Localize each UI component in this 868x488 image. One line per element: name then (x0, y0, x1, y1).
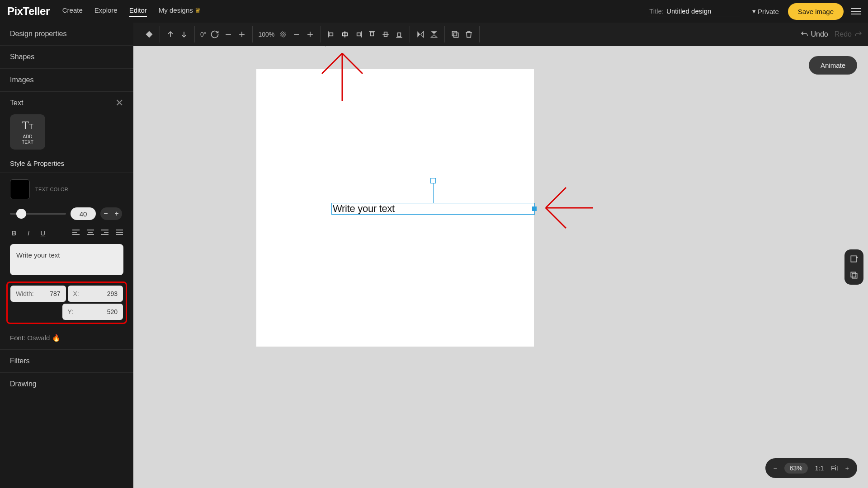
text-align-left-icon[interactable] (72, 229, 80, 237)
canvas-area[interactable]: Write your text Animate − 63% 1:1 Fit + (133, 46, 868, 488)
font-size-minus[interactable]: − (100, 207, 111, 220)
font-size-slider[interactable] (10, 213, 66, 215)
add-page-icon[interactable] (847, 253, 861, 265)
canvas-side-actions (844, 249, 863, 285)
position-highlight: Width: 787 X: 293 Y: 520 (6, 282, 127, 324)
side-design-properties[interactable]: Design properties (0, 23, 133, 46)
text-align-justify-icon[interactable] (115, 229, 123, 237)
delete-icon[interactable] (464, 29, 474, 39)
x-field[interactable]: X: 293 (68, 286, 123, 302)
side-text-header: Text ✕ (0, 92, 133, 113)
align-center-h-icon[interactable] (340, 29, 350, 39)
bold-button[interactable]: B (10, 229, 18, 237)
zoom-fit[interactable]: Fit (831, 465, 838, 472)
svg-marker-23 (421, 31, 424, 37)
svg-marker-24 (431, 31, 437, 34)
logo[interactable]: PixTeller (7, 5, 50, 18)
underline-button[interactable]: U (39, 229, 47, 237)
y-field[interactable]: Y: 520 (62, 304, 123, 320)
rotation-handle[interactable] (430, 178, 436, 183)
side-drawing[interactable]: Drawing (0, 373, 133, 395)
duplicate-page-icon[interactable] (847, 269, 861, 281)
text-content-input[interactable]: Write your text (10, 244, 123, 275)
zoom-ratio[interactable]: 1:1 (815, 465, 824, 472)
redo-label: Redo (835, 30, 852, 38)
opacity-plus[interactable] (305, 29, 315, 39)
side-shapes[interactable]: Shapes (0, 46, 133, 69)
svg-rect-44 (851, 272, 856, 277)
rotate-plus[interactable] (237, 29, 247, 39)
send-backward-icon[interactable] (179, 29, 189, 39)
topnav: PixTeller Create Explore Editor My desig… (0, 0, 868, 23)
x-value: 293 (107, 290, 118, 297)
flip-vertical-icon[interactable] (429, 29, 439, 39)
flip-horizontal-icon[interactable] (415, 29, 425, 39)
width-label: Width: (16, 290, 34, 297)
close-icon[interactable]: ✕ (115, 98, 123, 108)
align-left-icon[interactable] (326, 29, 336, 39)
opacity-icon[interactable] (278, 29, 288, 39)
hamburger-icon[interactable] (851, 8, 861, 14)
opacity-minus[interactable] (292, 29, 302, 39)
svg-marker-22 (418, 31, 420, 37)
selected-text-element[interactable]: Write your text (331, 203, 535, 215)
svg-rect-17 (371, 32, 374, 36)
svg-marker-25 (431, 35, 437, 38)
duplicate-icon[interactable] (450, 29, 460, 39)
x-label: X: (73, 290, 79, 297)
font-row[interactable]: Font: Oswald 🔥 (0, 330, 133, 350)
text-color-swatch[interactable] (10, 179, 30, 199)
nav-links: Create Explore Editor My designs♛ (62, 6, 201, 17)
align-top-icon[interactable] (367, 29, 377, 39)
nav-editor[interactable]: Editor (129, 6, 147, 17)
text-tool-icon: TT (22, 119, 33, 132)
font-size-value[interactable]: 40 (71, 207, 96, 220)
text-element-content[interactable]: Write your text (332, 203, 534, 214)
text-color-label: TEXT COLOR (35, 187, 68, 192)
title-value: Untitled design (666, 7, 739, 15)
align-center-v-icon[interactable] (381, 29, 391, 39)
side-text-label[interactable]: Text (10, 99, 23, 107)
sidebar: Design properties Shapes Images Text ✕ T… (0, 23, 133, 488)
rotate-minus[interactable] (223, 29, 233, 39)
privacy-label: Private (758, 8, 779, 15)
zoom-control: − 63% 1:1 Fit + (765, 458, 857, 478)
svg-rect-26 (454, 33, 458, 38)
svg-marker-0 (146, 31, 153, 38)
italic-button[interactable]: I (24, 229, 33, 237)
zoom-percent[interactable]: 63% (784, 463, 808, 474)
font-size-plus[interactable]: + (111, 207, 122, 220)
nav-explore[interactable]: Explore (94, 6, 118, 17)
zoom-in[interactable]: + (845, 465, 849, 472)
y-value: 520 (107, 308, 118, 315)
side-images[interactable]: Images (0, 69, 133, 92)
undo-label: Undo (811, 30, 828, 38)
align-bottom-icon[interactable] (394, 29, 404, 39)
shape-fill-icon[interactable] (144, 29, 154, 39)
text-align-right-icon[interactable] (101, 229, 109, 237)
nav-mydesigns-label: My designs (159, 6, 193, 14)
undo-button[interactable]: Undo (800, 30, 828, 38)
align-right-icon[interactable] (354, 29, 363, 39)
save-button[interactable]: Save image (788, 3, 844, 20)
nav-create[interactable]: Create (62, 6, 83, 17)
toolbar: 0° 100% Undo Redo (133, 23, 868, 46)
design-title[interactable]: Title: Untitled design (648, 5, 740, 17)
resize-handle-right[interactable] (532, 206, 537, 211)
rotation-line (433, 183, 434, 203)
design-page[interactable]: Write your text (256, 69, 534, 347)
privacy-toggle[interactable]: ▾ Private (752, 7, 779, 15)
width-field[interactable]: Width: 787 (10, 286, 66, 302)
side-filters[interactable]: Filters (0, 350, 133, 373)
svg-rect-40 (851, 256, 856, 262)
nav-mydesigns[interactable]: My designs♛ (159, 6, 201, 17)
add-text-button[interactable]: TT ADD TEXT (10, 114, 45, 150)
animate-button[interactable]: Animate (809, 56, 857, 75)
zoom-out[interactable]: − (774, 465, 777, 472)
slider-thumb[interactable] (16, 209, 26, 219)
add-text-label: ADD TEXT (22, 134, 33, 145)
rotate-icon[interactable] (210, 29, 220, 39)
text-align-center-icon[interactable] (86, 229, 94, 237)
redo-button: Redo (835, 30, 863, 38)
bring-forward-icon[interactable] (165, 29, 175, 39)
